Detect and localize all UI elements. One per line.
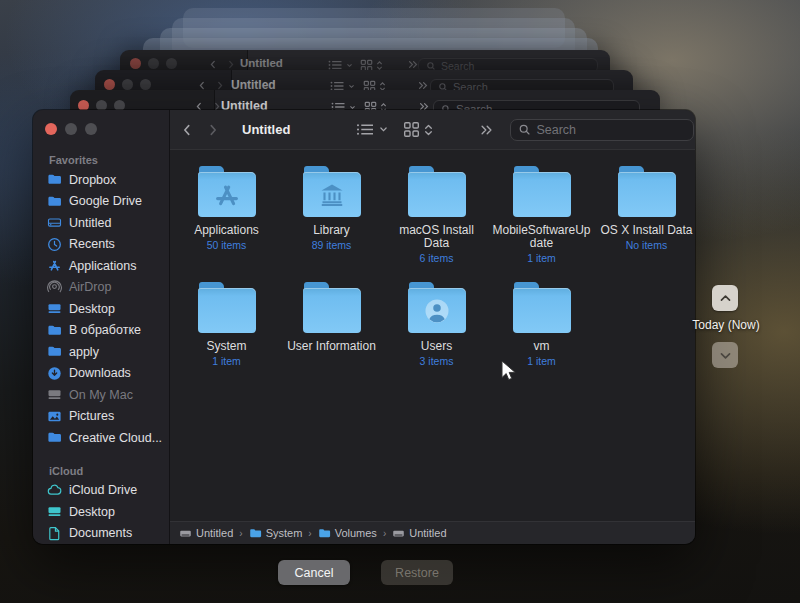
folder-item-count: 1 item	[212, 355, 241, 367]
person-glyph-icon	[408, 288, 466, 333]
sidebar-item-label: Dropbox	[69, 173, 116, 187]
folder-icon	[47, 323, 62, 338]
folder-icon	[408, 288, 466, 333]
sidebar-item-label: Google Drive	[69, 194, 142, 208]
sidebar: FavoritesDropboxGoogle DriveUntitledRece…	[33, 110, 170, 544]
sidebar-item-dropbox[interactable]: Dropbox	[33, 169, 169, 191]
path-separator: ›	[239, 528, 242, 539]
chevron-updown-icon	[424, 123, 433, 137]
path-item-untitled[interactable]: Untitled	[179, 527, 233, 540]
folder-item-count: 89 items	[312, 239, 352, 251]
folder-icon	[513, 288, 571, 333]
back-button[interactable]	[208, 59, 218, 70]
sidebar-item-icloud-drive[interactable]: iCloud Drive	[33, 480, 169, 502]
sidebar-item-applications[interactable]: Applications	[33, 255, 169, 277]
airdrop-icon	[47, 280, 62, 295]
folder-icon	[408, 172, 466, 217]
sidebar-item-creative-cloud-[interactable]: Creative Cloud...	[33, 427, 169, 449]
clock-icon	[47, 237, 62, 252]
folder-name: Users	[421, 340, 452, 353]
sidebar-item-airdrop[interactable]: AirDrop	[33, 277, 169, 299]
folder-body	[198, 288, 256, 333]
path-separator: ›	[308, 528, 311, 539]
traffic-lights	[104, 79, 151, 90]
sidebar-item-on-my-mac[interactable]: On My Mac	[33, 384, 169, 406]
desktop-icon	[47, 504, 62, 519]
close-button[interactable]	[104, 79, 115, 90]
folder-icon	[47, 430, 62, 445]
folder-item-count: 6 items	[420, 252, 454, 264]
sidebar-item-в-обработке[interactable]: В обработке	[33, 320, 169, 342]
sidebar-item-downloads[interactable]: Downloads	[33, 363, 169, 385]
timeline-back-button[interactable]	[712, 285, 738, 311]
search-icon	[426, 61, 436, 71]
folder-icon	[303, 288, 361, 333]
sidebar-item-recents[interactable]: Recents	[33, 234, 169, 256]
search-field[interactable]	[510, 119, 694, 141]
drive-icon	[47, 215, 62, 230]
file-grid: Applications50 itemsLibrary89 itemsmacOS…	[174, 164, 695, 367]
appstore-glyph-icon	[198, 172, 256, 217]
restore-button[interactable]: Restore	[381, 560, 453, 585]
minimize-button[interactable]	[148, 58, 159, 69]
zoom-button[interactable]	[166, 58, 177, 69]
folder-tile-system[interactable]: System1 item	[174, 280, 279, 367]
forward-button[interactable]	[226, 59, 236, 70]
folder-tile-mobilesoftwareupdate[interactable]: MobileSoftwareUpdate1 item	[489, 164, 594, 264]
sidebar-item-label: Documents	[69, 526, 132, 540]
folder-tile-vm[interactable]: vm1 item	[489, 280, 594, 367]
sidebar-item-label: Creative Cloud...	[69, 431, 162, 445]
folder-icon	[47, 194, 62, 209]
folder-name: Library	[313, 224, 350, 237]
grid-view-button[interactable]	[403, 121, 433, 138]
cloud-icon	[47, 483, 62, 498]
forward-button[interactable]	[206, 122, 220, 138]
folder-body	[513, 172, 571, 217]
zoom-button[interactable]	[140, 79, 151, 90]
folder-item-count: 1 item	[527, 355, 556, 367]
disk-icon	[392, 527, 405, 540]
sidebar-item-google-drive[interactable]: Google Drive	[33, 191, 169, 213]
path-item-volumes[interactable]: Volumes	[318, 527, 377, 540]
path-item-untitled[interactable]: Untitled	[392, 527, 446, 540]
folder-item-count: 50 items	[207, 239, 247, 251]
sidebar-item-label: Downloads	[69, 366, 131, 380]
folder-tile-user-information[interactable]: User Information	[279, 280, 384, 367]
close-button[interactable]	[45, 123, 57, 135]
sidebar-item-apply[interactable]: apply	[33, 341, 169, 363]
folder-icon	[198, 172, 256, 217]
back-button[interactable]	[180, 122, 194, 138]
chevron-down-icon	[379, 125, 388, 134]
folder-icon	[47, 344, 62, 359]
folder-name: MobileSoftwareUpdate	[491, 224, 593, 250]
finder-window: FavoritesDropboxGoogle DriveUntitledRece…	[33, 110, 695, 544]
minimize-button[interactable]	[122, 79, 133, 90]
close-button[interactable]	[130, 58, 141, 69]
minimize-button[interactable]	[65, 123, 77, 135]
sidebar-item-desktop[interactable]: Desktop	[33, 501, 169, 523]
folder-name: OS X Install Data	[600, 224, 692, 237]
toolbar-overflow-button[interactable]	[479, 123, 494, 137]
list-view-button[interactable]	[356, 122, 388, 137]
folder-tile-os-x-install-data[interactable]: OS X Install DataNo items	[594, 164, 695, 264]
sidebar-item-untitled[interactable]: Untitled	[33, 212, 169, 234]
folder-tile-library[interactable]: Library89 items	[279, 164, 384, 264]
sidebar-item-documents[interactable]: Documents	[33, 523, 169, 545]
timeline-forward-button[interactable]	[712, 342, 738, 368]
sidebar-item-desktop[interactable]: Desktop	[33, 298, 169, 320]
cancel-button[interactable]: Cancel	[278, 560, 350, 585]
folder-tile-macos-install-data[interactable]: macOS Install Data6 items	[384, 164, 489, 264]
zoom-button[interactable]	[85, 123, 97, 135]
desktop-icon	[47, 301, 62, 316]
folder-icon	[513, 172, 571, 217]
folder-icon	[303, 172, 361, 217]
sidebar-item-pictures[interactable]: Pictures	[33, 406, 169, 428]
desktop-icon	[47, 387, 62, 402]
search-input[interactable]	[536, 123, 686, 137]
folder-item-count: 3 items	[420, 355, 454, 367]
path-item-system[interactable]: System	[249, 527, 303, 540]
folder-tile-users[interactable]: Users3 items	[384, 280, 489, 367]
folder-tile-applications[interactable]: Applications50 items	[174, 164, 279, 264]
sidebar-item-label: Recents	[69, 237, 115, 251]
path-item-label: Volumes	[335, 527, 377, 539]
